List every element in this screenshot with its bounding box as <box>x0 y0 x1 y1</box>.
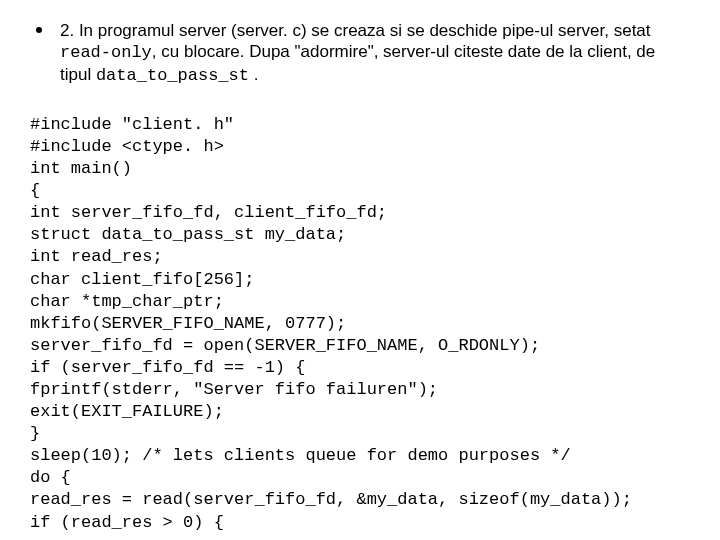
code-block: #include "client. h" #include <ctype. h>… <box>30 92 690 534</box>
code-line: int server_fifo_fd, client_fifo_fd; <box>30 203 387 222</box>
code-line: server_fifo_fd = open(SERVER_FIFO_NAME, … <box>30 336 540 355</box>
code-line: char *tmp_char_ptr; <box>30 292 224 311</box>
code-line: int read_res; <box>30 247 163 266</box>
code-line: do { <box>30 468 71 487</box>
code-line: mkfifo(SERVER_FIFO_NAME, 0777); <box>30 314 346 333</box>
bullet-dot <box>36 27 42 33</box>
intro-part1: 2. In programul server (server. c) se cr… <box>60 21 651 40</box>
intro-text: 2. In programul server (server. c) se cr… <box>60 20 690 86</box>
intro-mono2: data_to_pass_st <box>96 66 249 85</box>
code-line: if (server_fifo_fd == -1) { <box>30 358 305 377</box>
code-line: sleep(10); /* lets clients queue for dem… <box>30 446 571 465</box>
intro-mono1: read-only <box>60 43 152 62</box>
code-line: char client_fifo[256]; <box>30 270 254 289</box>
code-line: #include <ctype. h> <box>30 137 224 156</box>
code-line: read_res = read(server_fifo_fd, &my_data… <box>30 490 632 509</box>
intro-part3: . <box>249 65 258 84</box>
code-line: fprintf(stderr, "Server fifo failuren"); <box>30 380 438 399</box>
code-line: struct data_to_pass_st my_data; <box>30 225 346 244</box>
code-line: #include "client. h" <box>30 115 234 134</box>
code-line: exit(EXIT_FAILURE); <box>30 402 224 421</box>
code-line: { <box>30 181 40 200</box>
code-line: if (read_res > 0) { <box>30 513 224 532</box>
code-line: int main() <box>30 159 132 178</box>
code-line: } <box>30 424 40 443</box>
intro-bullet-row: 2. In programul server (server. c) se cr… <box>30 20 690 86</box>
